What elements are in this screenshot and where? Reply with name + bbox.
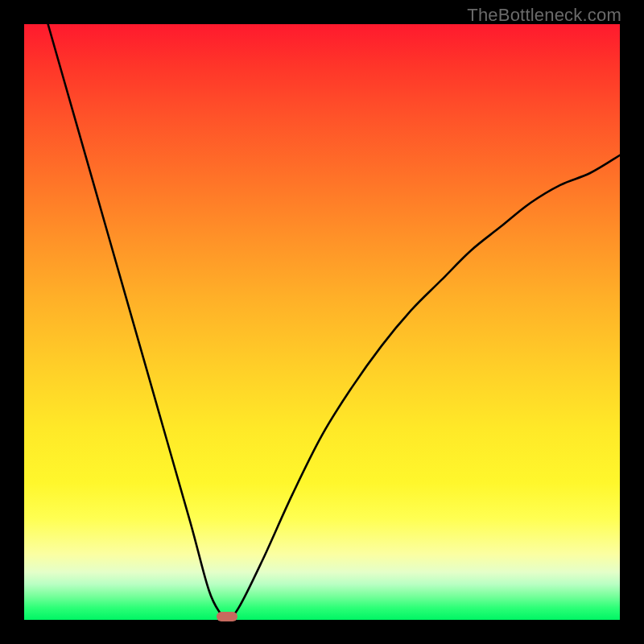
outer-frame: TheBottleneck.com [0,0,644,644]
plot-area [24,24,620,620]
minimum-marker [217,612,237,621]
watermark-text: TheBottleneck.com [467,5,621,26]
bottleneck-curve [24,24,620,620]
